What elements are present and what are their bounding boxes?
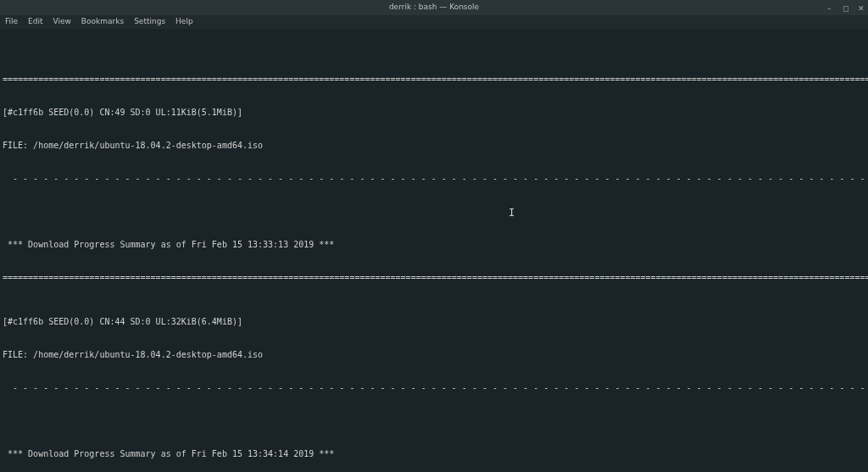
close-icon[interactable]: ✕ (858, 4, 865, 11)
file-path: FILE: /home/derrik/ubuntu-18.04.2-deskto… (3, 140, 865, 151)
progress-summary: *** Download Progress Summary as of Fri … (3, 239, 865, 250)
menu-file[interactable]: File (5, 17, 18, 27)
window-controls: – ◻ ✕ (827, 4, 865, 11)
menu-help[interactable]: Help (175, 17, 193, 27)
terminal-output[interactable]: I ======================================… (0, 29, 868, 472)
window-titlebar: derrik : bash — Konsole – ◻ ✕ (0, 0, 868, 15)
window-title: derrik : bash — Konsole (389, 3, 479, 13)
menu-view[interactable]: View (53, 17, 71, 27)
blank-line (3, 206, 865, 217)
separator-line: ========================================… (3, 272, 865, 283)
menu-edit[interactable]: Edit (28, 17, 42, 27)
blank-line (3, 415, 865, 426)
minimize-icon[interactable]: – (827, 4, 834, 11)
separator-line: ========================================… (3, 74, 865, 85)
progress-summary: *** Download Progress Summary as of Fri … (3, 448, 865, 459)
file-path: FILE: /home/derrik/ubuntu-18.04.2-deskto… (3, 349, 865, 360)
dash-separator: - - - - - - - - - - - - - - - - - - - - … (3, 382, 865, 393)
menu-bar: File Edit View Bookmarks Settings Help (0, 15, 868, 29)
seed-status: [#c1ff6b SEED(0.0) CN:49 SD:0 UL:11KiB(5… (3, 107, 865, 118)
seed-status: [#c1ff6b SEED(0.0) CN:44 SD:0 UL:32KiB(6… (3, 316, 865, 327)
menu-bookmarks[interactable]: Bookmarks (81, 17, 124, 27)
menu-settings[interactable]: Settings (134, 17, 165, 27)
maximize-icon[interactable]: ◻ (843, 4, 849, 11)
dash-separator: - - - - - - - - - - - - - - - - - - - - … (3, 173, 865, 184)
